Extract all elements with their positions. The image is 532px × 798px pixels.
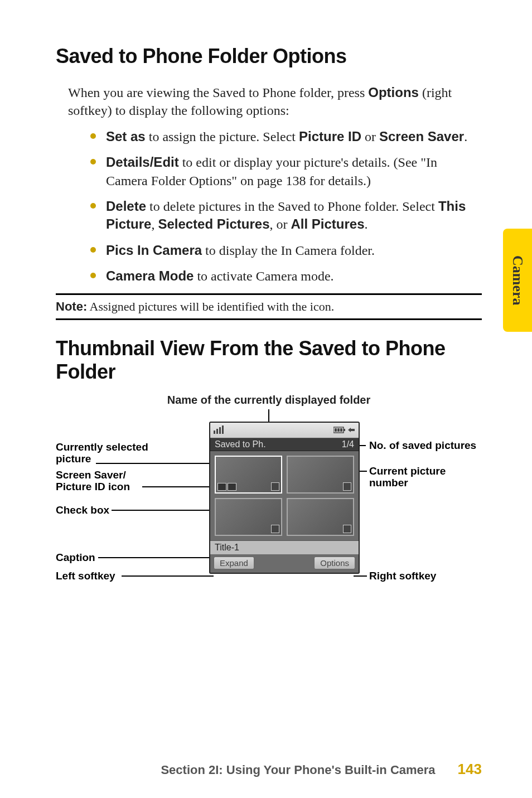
thumbnail-4[interactable]: [287, 498, 354, 536]
bullet-end: .: [464, 129, 467, 144]
thumbnail-2[interactable]: [287, 456, 354, 494]
battery-sync-icon: [333, 426, 355, 434]
assigned-icons: [217, 483, 236, 491]
status-bar: [210, 423, 359, 438]
heading-thumbnail-view: Thumbnail View From the Saved to Phone F…: [56, 337, 482, 384]
bullet-mid-2: , or: [269, 217, 291, 231]
svg-rect-3: [222, 425, 224, 434]
right-softkey[interactable]: Options: [314, 557, 355, 569]
svg-rect-8: [344, 429, 345, 431]
phone-screen: Saved to Ph. 1/4: [209, 422, 360, 574]
thumbnail-grid: [210, 451, 359, 540]
svg-rect-2: [219, 427, 221, 434]
bullet-pics-in-camera: Pics In Camera to display the In Camera …: [90, 241, 482, 259]
folder-name-text: Saved to Ph.: [215, 439, 266, 449]
callout-line: [112, 510, 217, 511]
thumbnail-1[interactable]: [215, 456, 282, 494]
label-right-softkey: Right softkey: [369, 570, 436, 582]
checkbox[interactable]: [343, 525, 351, 533]
callout-line: [354, 575, 367, 577]
bullet-mid: ,: [151, 217, 158, 231]
bullet-set-as: Set as to assign the picture. Select Pic…: [90, 128, 482, 146]
footer-page-number: 143: [458, 761, 482, 778]
checkbox[interactable]: [271, 482, 279, 491]
checkbox[interactable]: [271, 525, 279, 533]
side-tab: Camera: [503, 229, 532, 332]
note-block: Note: Assigned pictures will be identifi…: [56, 293, 482, 320]
label-check-box: Check box: [56, 504, 109, 516]
callout-line: [359, 471, 367, 472]
callout-line: [96, 463, 213, 464]
intro-text-a: When you are viewing the Saved to Phone …: [68, 85, 368, 100]
bullet-camera-mode: Camera Mode to activate Camera mode.: [90, 267, 482, 285]
picture-id-icon: [228, 483, 236, 491]
bullet-bold-2: Picture ID: [299, 129, 361, 144]
bullet-text: to activate Camera mode.: [194, 269, 333, 283]
bullet-bold: Pics In Camera: [106, 243, 202, 258]
signal-icon: [214, 425, 227, 436]
screensaver-icon: [217, 483, 226, 491]
left-softkey[interactable]: Expand: [214, 557, 254, 569]
bullet-bold-4: All Pictures: [291, 216, 364, 231]
bullet-end: .: [365, 217, 368, 231]
bullet-text: to display the In Camera folder.: [202, 243, 375, 258]
intro-bold-options: Options: [368, 85, 419, 100]
bullet-bold: Details/Edit: [106, 154, 179, 170]
svg-rect-1: [216, 429, 218, 434]
footer-section: Section 2I: Using Your Phone's Built-in …: [161, 763, 435, 777]
bullet-bold: Set as: [106, 129, 146, 144]
checkbox[interactable]: [343, 482, 351, 491]
caption-bar: Title-1: [210, 540, 359, 554]
bullet-text: to assign the picture. Select: [146, 129, 299, 144]
callout-line: [122, 575, 214, 577]
page-body: Saved to Phone Folder Options When you a…: [0, 0, 532, 633]
svg-rect-0: [214, 431, 215, 434]
bullet-text: to delete pictures in the Saved to Phone…: [146, 199, 438, 214]
page-footer: Section 2I: Using Your Phone's Built-in …: [161, 761, 482, 778]
label-current-number: Current picture number: [369, 465, 482, 490]
label-caption: Caption: [56, 552, 95, 564]
thumbnail-3[interactable]: [215, 498, 282, 536]
callout-line: [142, 486, 215, 487]
svg-marker-9: [348, 428, 355, 432]
picture-counter: 1/4: [342, 439, 354, 449]
label-left-softkey: Left softkey: [56, 570, 115, 582]
options-list: Set as to assign the picture. Select Pic…: [90, 128, 482, 286]
svg-rect-6: [337, 428, 340, 432]
note-label: Note:: [56, 299, 87, 313]
svg-rect-7: [340, 428, 342, 432]
heading-saved-options: Saved to Phone Folder Options: [56, 45, 482, 68]
callout-line: [98, 557, 210, 558]
bullet-bold: Delete: [106, 199, 146, 214]
label-num-saved: No. of saved pictures: [369, 439, 476, 452]
bullet-delete: Delete to delete pictures in the Saved t…: [90, 197, 482, 234]
label-selected-picture: Currently selected picture: [56, 441, 162, 466]
note-text: Assigned pictures will be identified wit…: [87, 299, 334, 313]
diagram: Name of the currently displayed folder C…: [56, 394, 482, 611]
svg-rect-5: [335, 428, 337, 432]
side-tab-label: Camera: [509, 255, 526, 306]
label-folder-name: Name of the currently displayed folder: [56, 394, 482, 407]
bullet-bold-3: Selected Pictures: [158, 216, 269, 231]
callout-line-top: [268, 409, 269, 422]
label-screensaver-icon: Screen Saver/ Picture ID icon: [56, 469, 145, 494]
softkey-row: Expand Options: [210, 554, 359, 573]
bullet-details-edit: Details/Edit to edit or display your pic…: [90, 153, 482, 190]
bullet-bold: Camera Mode: [106, 268, 194, 283]
intro-paragraph: When you are viewing the Saved to Phone …: [68, 84, 482, 120]
bullet-mid: or: [361, 129, 379, 144]
folder-title-bar: Saved to Ph. 1/4: [210, 438, 359, 451]
bullet-bold-3: Screen Saver: [379, 129, 464, 144]
